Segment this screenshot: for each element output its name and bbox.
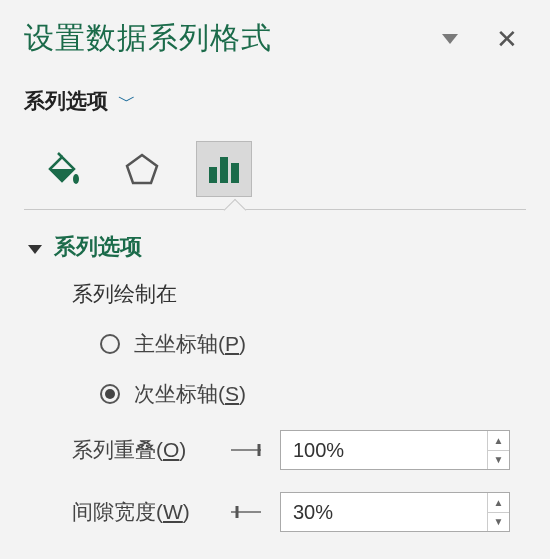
series-options-label: 系列选项 [24, 87, 108, 115]
paint-bucket-icon [40, 149, 80, 189]
plot-on-label: 系列绘制在 [72, 280, 522, 308]
svg-point-0 [73, 174, 79, 184]
chevron-down-icon: ﹀ [118, 89, 136, 113]
spinner-buttons: ▲ ▼ [487, 431, 509, 469]
svg-rect-2 [220, 157, 228, 183]
axis-radio-group: 主坐标轴(P) 次坐标轴(S) [100, 330, 522, 408]
gap-width-row: 间隙宽度(W) 30% ▲ ▼ [72, 492, 522, 532]
series-overlap-row: 系列重叠(O) 100% ▲ ▼ [72, 430, 522, 470]
radio-primary-axis[interactable]: 主坐标轴(P) [100, 330, 522, 358]
section-title: 系列选项 [54, 232, 142, 262]
gap-width-value[interactable]: 30% [281, 493, 487, 531]
format-tab-row [24, 135, 526, 197]
radio-icon [100, 334, 120, 354]
gap-width-label: 间隙宽度(W) [72, 498, 212, 526]
series-overlap-value[interactable]: 100% [281, 431, 487, 469]
tab-divider [24, 209, 526, 210]
spin-up-icon[interactable]: ▲ [488, 431, 509, 451]
radio-icon [100, 384, 120, 404]
gap-slider-icon[interactable] [228, 502, 264, 522]
radio-label: 次坐标轴(S) [134, 380, 246, 408]
format-data-series-pane: 设置数据系列格式 ✕ 系列选项 ﹀ [0, 0, 550, 532]
overlap-slider-icon[interactable] [228, 440, 264, 460]
pane-title: 设置数据系列格式 [24, 18, 272, 59]
radio-secondary-axis[interactable]: 次坐标轴(S) [100, 380, 522, 408]
svg-rect-3 [231, 163, 239, 183]
series-overlap-label: 系列重叠(O) [72, 436, 212, 464]
pane-menu-dropdown-icon[interactable] [442, 34, 458, 44]
svg-rect-1 [209, 167, 217, 183]
pane-header: 设置数据系列格式 ✕ [24, 18, 526, 59]
bar-chart-icon [204, 149, 244, 189]
section-header[interactable]: 系列选项 [28, 232, 522, 262]
gap-width-input[interactable]: 30% ▲ ▼ [280, 492, 510, 532]
close-icon[interactable]: ✕ [496, 26, 518, 52]
spin-up-icon[interactable]: ▲ [488, 493, 509, 513]
series-options-section: 系列选项 系列绘制在 主坐标轴(P) 次坐标轴(S) 系列重叠(O) 1 [24, 210, 526, 532]
spin-down-icon[interactable]: ▼ [488, 451, 509, 470]
tab-series-options[interactable] [196, 141, 252, 197]
radio-label: 主坐标轴(P) [134, 330, 246, 358]
tab-effects[interactable] [114, 141, 170, 197]
collapse-triangle-icon [28, 245, 42, 254]
tab-fill[interactable] [32, 141, 88, 197]
spinner-buttons: ▲ ▼ [487, 493, 509, 531]
pentagon-icon [122, 149, 162, 189]
series-overlap-input[interactable]: 100% ▲ ▼ [280, 430, 510, 470]
series-options-dropdown[interactable]: 系列选项 ﹀ [24, 87, 526, 115]
header-controls: ✕ [442, 26, 526, 52]
spin-down-icon[interactable]: ▼ [488, 513, 509, 532]
